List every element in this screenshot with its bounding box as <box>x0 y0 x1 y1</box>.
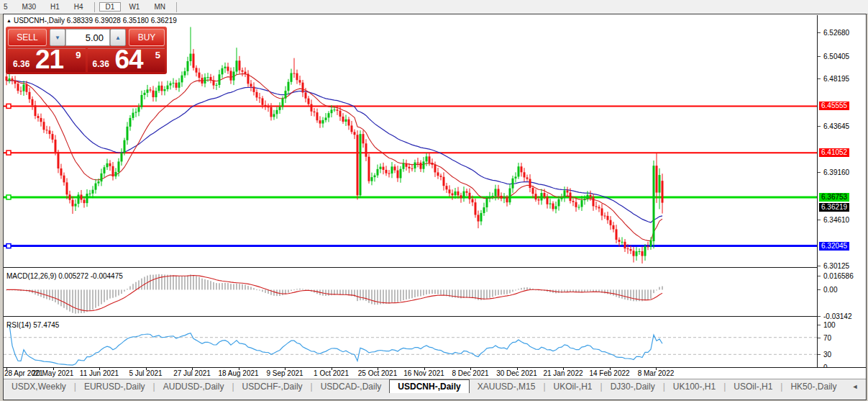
hline-price-label: 6.45555 <box>819 102 849 110</box>
axis-tick-mark <box>818 289 821 290</box>
macd-tick-label: 0.00 <box>823 286 837 294</box>
date-label: 14 Feb 2022 <box>589 369 629 377</box>
date-label: 9 Sep 2021 <box>266 369 303 377</box>
timeframe-button-5[interactable]: 5 <box>0 2 14 12</box>
macd-value-signal: -0.004475 <box>91 272 123 280</box>
date-label: 11 Jun 2021 <box>80 369 119 377</box>
sell-button[interactable]: SELL <box>8 29 47 46</box>
date-label: 21 Jan 2022 <box>543 369 583 377</box>
price-axis[interactable]: 6.526806.504056.481956.436456.391606.346… <box>817 15 866 368</box>
tab-scroll-left-icon[interactable]: ◄ <box>851 383 858 390</box>
tab-ukoil-h1[interactable]: UKOil-,H1 <box>546 379 600 393</box>
date-label: 18 Aug 2021 <box>218 369 258 377</box>
timeframe-button-d1[interactable]: D1 <box>99 2 122 12</box>
date-label: 8 Dec 2021 <box>452 369 488 377</box>
chart-legend: ▲USDCNH-,Daily 6.38339 6.39028 6.35180 6… <box>6 17 177 24</box>
tab-usdx-weekly[interactable]: USDX,Weekly <box>4 379 74 393</box>
chart-window: ▲USDCNH-,Daily 6.38339 6.39028 6.35180 6… <box>3 14 867 400</box>
volume-increase-button[interactable]: ▲ <box>110 29 126 46</box>
legend-close: 6.36219 <box>151 17 177 24</box>
date-label: 27 Jul 2021 <box>173 369 211 377</box>
price-tick-label: 6.30125 <box>823 262 849 270</box>
timeframe-button-h1[interactable]: H1 <box>44 2 66 12</box>
date-label: 1 Oct 2021 <box>314 369 349 377</box>
bid-price-pip: 9 <box>76 50 81 60</box>
tab-usdchf-daily[interactable]: USDCHF-,Daily <box>234 379 311 393</box>
bid-price-box[interactable]: 6.36 21 9 <box>8 48 86 72</box>
buy-button[interactable]: BUY <box>129 29 165 46</box>
rsi-legend: RSI(14) 57.4745 <box>6 321 59 329</box>
axis-tick-mark <box>818 32 821 33</box>
date-axis[interactable]: 28 Apr 202120 May 202111 Jun 20215 Jul 2… <box>4 367 866 379</box>
collapse-triangle-icon[interactable]: ▲ <box>6 18 12 23</box>
volume-decrease-button[interactable]: ▼ <box>50 29 65 46</box>
tab-xauusd-m15[interactable]: XAUUSD-,M15 <box>470 379 544 393</box>
date-label: 5 Jul 2021 <box>129 369 162 377</box>
tab-uk100-h1[interactable]: UK100-,H1 <box>665 379 723 393</box>
macd-pane[interactable]: MACD(12,26,9) 0.005272 -0.004475 <box>4 271 866 317</box>
legend-open: 6.38339 <box>67 17 93 24</box>
axis-tick-mark <box>818 354 821 355</box>
date-label: 8 Mar 2022 <box>638 369 675 377</box>
toolbar-separator <box>94 2 95 12</box>
axis-tick-mark <box>818 325 821 325</box>
macd-tick-label: -0.03142 <box>823 312 851 320</box>
axis-tick-mark <box>818 220 821 220</box>
chart-tab-bar: USDX,Weekly|EURUSD-,Daily|AUDUSD-,Daily|… <box>4 379 866 393</box>
price-tick-label: 6.34610 <box>823 215 849 223</box>
main-chart-pane[interactable]: ▲USDCNH-,Daily 6.38339 6.39028 6.35180 6… <box>4 15 866 267</box>
legend-high: 6.39028 <box>95 17 121 24</box>
date-label: 16 Nov 2021 <box>403 369 444 377</box>
rsi-tick-label: 70 <box>823 333 831 341</box>
axis-tick-mark <box>818 126 821 127</box>
tab-eurusd-daily[interactable]: EURUSD-,Daily <box>76 379 153 393</box>
hline-price-label: 6.36753 <box>819 193 849 202</box>
rsi-name: RSI(14) <box>6 321 31 329</box>
timeframe-button-mn[interactable]: MN <box>147 2 172 12</box>
axis-tick-mark <box>818 316 821 317</box>
ask-price-pip: 5 <box>155 50 160 60</box>
macd-legend: MACD(12,26,9) 0.005272 -0.004475 <box>6 272 123 280</box>
axis-tick-mark <box>818 276 821 276</box>
price-tick-label: 6.52680 <box>823 29 849 37</box>
macd-chart <box>4 271 817 317</box>
toolbar-separator <box>176 2 177 12</box>
rsi-chart <box>4 320 817 368</box>
axis-tick-mark <box>818 172 821 173</box>
timeframe-button-w1[interactable]: W1 <box>122 2 146 12</box>
ask-price-box[interactable]: 6.36 64 5 <box>88 48 165 72</box>
tab-hk50-daily[interactable]: HK50-,Daily <box>782 379 844 393</box>
axis-tick-mark <box>818 56 821 57</box>
date-label: 30 Dec 2021 <box>496 369 537 377</box>
volume-input[interactable]: 5.00 <box>65 29 110 46</box>
tab-usoil-h1[interactable]: USOil-,H1 <box>726 379 780 393</box>
rsi-value: 57.4745 <box>33 321 59 329</box>
hline-price-label: 6.32045 <box>819 242 849 251</box>
timeframe-button-h4[interactable]: H4 <box>68 2 90 12</box>
date-label: 20 May 2021 <box>32 369 74 377</box>
date-label: 25 Oct 2021 <box>358 369 397 377</box>
tab-scroll-controls: ◄► <box>844 379 868 393</box>
price-tick-label: 6.50405 <box>823 52 849 60</box>
axis-tick-mark <box>818 78 821 79</box>
macd-name: MACD(12,26,9) <box>6 272 56 280</box>
bid-price-prefix: 6.36 <box>13 59 29 69</box>
axis-tick-mark <box>818 338 821 338</box>
tab-audusd-daily[interactable]: AUDUSD-,Daily <box>155 379 232 393</box>
ask-price-prefix: 6.36 <box>93 59 109 69</box>
timeframe-toolbar: 5M30H1H4D1W1MN <box>0 0 868 14</box>
timeframe-button-m30[interactable]: M30 <box>16 2 42 12</box>
legend-symbol: USDCNH-,Daily <box>14 17 65 24</box>
axis-tick-mark <box>818 266 821 266</box>
legend-low: 6.35180 <box>123 17 149 24</box>
price-tick-label: 6.39160 <box>823 168 849 176</box>
price-tick-label: 6.43645 <box>823 122 849 130</box>
hline-price-label: 6.41052 <box>819 148 849 157</box>
tab-usdcad-daily[interactable]: USDCAD-,Daily <box>313 379 390 393</box>
price-tick-label: 6.48195 <box>823 75 849 83</box>
tab-dj30-daily[interactable]: DJ30-,Daily <box>603 379 663 393</box>
tab-usdcnh-daily[interactable]: USDCNH-,Daily <box>389 379 469 393</box>
ask-price-main: 64 <box>115 45 143 75</box>
current-price-label: 6.36219 <box>819 203 849 212</box>
rsi-pane[interactable]: RSI(14) 57.4745 <box>4 320 866 368</box>
